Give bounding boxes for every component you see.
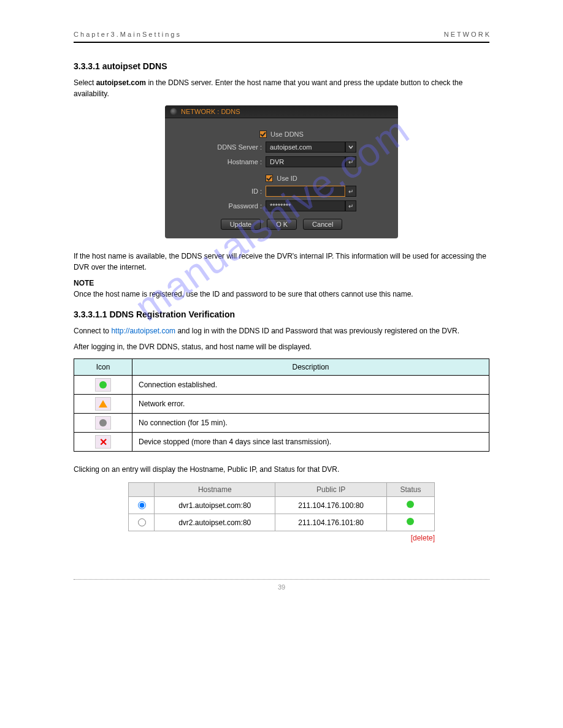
note-block: NOTE Once the host name is registered, u…	[74, 278, 489, 300]
status-row: Network error.	[74, 395, 489, 414]
col-hostname: Hostname	[155, 483, 275, 497]
autoipset-link[interactable]: http://autoipset.com	[111, 327, 175, 335]
check-icon	[260, 131, 266, 137]
dialog-titlebar: NETWORK : DDNS	[165, 105, 398, 118]
status-desc: No connection (for 15 min).	[132, 414, 489, 433]
cancel-button[interactable]: Cancel	[303, 219, 342, 230]
col-icon: Icon	[74, 359, 132, 376]
green-dot-icon	[95, 378, 111, 392]
section-title: 3.3.3.1 autoipset DDNS	[74, 61, 489, 71]
update-button[interactable]: Update	[221, 219, 261, 230]
note-text: Once the host name is registered, use th…	[74, 290, 413, 298]
dialog-title: NETWORK : DDNS	[181, 108, 240, 115]
status-desc: Connection established.	[132, 376, 489, 395]
subsection-intro-3: After logging in, the DVR DDNS, status, …	[74, 341, 489, 352]
status-desc: Network error.	[132, 395, 489, 414]
ddns-server-label: DDNS Server :	[207, 143, 262, 151]
subsection-intro-1: Connect to http://autoipset.com and log …	[74, 325, 489, 336]
status-row: Connection established.	[74, 376, 489, 395]
use-id-label: Use ID	[277, 175, 297, 182]
green-dot-icon	[407, 501, 414, 508]
status-icon-table: Icon Description Connection established.…	[74, 358, 489, 452]
enter-button[interactable]: ↵	[345, 156, 356, 167]
footer-rule	[74, 579, 489, 580]
host-hostname: dvr2.autoipset.com:80	[155, 514, 275, 531]
check-icon	[266, 175, 272, 181]
host-hostname: dvr1.autoipset.com:80	[155, 497, 275, 514]
enter-button[interactable]: ↵	[345, 200, 356, 211]
red-x-icon: ✕	[95, 435, 111, 449]
col-desc: Description	[132, 359, 489, 376]
header-right: N E T W O R K	[444, 31, 489, 38]
note-label: NOTE	[74, 279, 94, 287]
use-ddns-label: Use DDNS	[270, 131, 304, 138]
page-header: C h a p t e r 3 . M a i n S e t t i n g …	[74, 31, 489, 38]
password-label: Password :	[207, 202, 262, 210]
password-input[interactable]: ********	[266, 200, 345, 211]
col-public-ip: Public IP	[275, 483, 386, 497]
enter-button[interactable]: ↵	[345, 186, 356, 197]
orange-triangle-icon	[95, 397, 111, 411]
host-radio[interactable]	[138, 501, 146, 509]
after-dialog-text: If the host name is available, the DDNS …	[74, 251, 489, 273]
dialog-orb-icon	[170, 108, 177, 115]
host-radio[interactable]	[138, 518, 146, 526]
subsection-title: 3.3.3.1.1 DDNS Registration Verification	[74, 309, 489, 319]
status-row: No connection (for 15 min).	[74, 414, 489, 433]
use-ddns-checkbox[interactable]	[259, 131, 267, 138]
host-ip: 211.104.176.101:80	[275, 514, 386, 531]
delete-link[interactable]: [delete]	[128, 534, 435, 542]
gray-dot-icon	[95, 416, 111, 430]
status-desc: Device stopped (more than 4 days since l…	[132, 433, 489, 452]
hostname-label: Hostname :	[207, 158, 262, 165]
ok-button[interactable]: O K	[267, 219, 297, 230]
id-label: ID :	[207, 188, 262, 195]
ddns-server-select[interactable]: autoipset.com	[266, 142, 345, 153]
page-number: 39	[74, 583, 489, 591]
use-id-checkbox[interactable]	[266, 175, 273, 182]
host-ip: 211.104.176.100:80	[275, 497, 386, 514]
below-status-table: Clicking on an entry will display the Ho…	[74, 464, 489, 475]
status-row: ✕ Device stopped (more than 4 days since…	[74, 433, 489, 452]
section-intro: Select autoipset.com in the DDNS server.…	[74, 77, 489, 99]
host-row: dvr1.autoipset.com:80 211.104.176.100:80	[129, 497, 435, 514]
host-row: dvr2.autoipset.com:80 211.104.176.101:80	[129, 514, 435, 531]
host-table: Hostname Public IP Status dvr1.autoipset…	[128, 482, 435, 531]
green-dot-icon	[407, 518, 414, 525]
ddns-dialog: NETWORK : DDNS Use DDNS DDNS Server : au…	[165, 105, 398, 238]
chevron-down-icon	[348, 145, 353, 150]
header-rule	[74, 42, 489, 43]
id-input[interactable]	[266, 186, 345, 197]
dropdown-button[interactable]	[345, 142, 356, 153]
header-left: C h a p t e r 3 . M a i n S e t t i n g …	[74, 31, 180, 38]
hostname-input[interactable]: DVR	[266, 156, 345, 167]
col-status: Status	[386, 483, 434, 497]
